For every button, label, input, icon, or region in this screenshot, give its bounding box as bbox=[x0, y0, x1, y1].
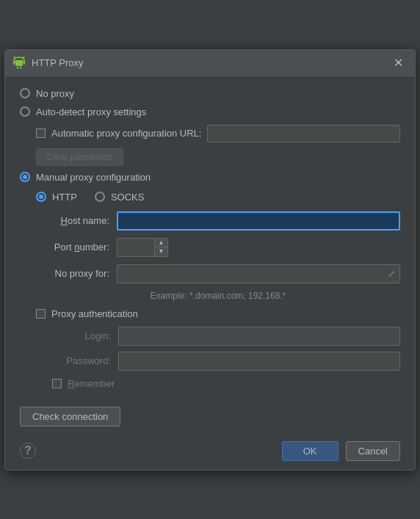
svg-line-2 bbox=[23, 57, 24, 58]
proxy-auth-label: Proxy authentication bbox=[51, 308, 138, 319]
dialog-title: HTTP Proxy bbox=[32, 57, 84, 68]
login-input[interactable] bbox=[118, 327, 400, 346]
manual-proxy-section: Manual proxy configuration HTTP SOCKS Ho… bbox=[20, 172, 400, 389]
manual-proxy-radio[interactable] bbox=[20, 172, 30, 182]
remember-label: Remember bbox=[68, 378, 115, 389]
check-connection-button[interactable]: Check connection bbox=[20, 407, 120, 427]
no-proxy-for-input[interactable] bbox=[117, 265, 383, 283]
port-decrement-button[interactable]: ▼ bbox=[155, 247, 167, 256]
port-row: Port number: 80 ▲ ▼ bbox=[36, 238, 400, 257]
help-button[interactable]: ? bbox=[20, 443, 36, 459]
remember-row: Remember bbox=[52, 378, 400, 389]
password-label: Password: bbox=[52, 355, 111, 366]
port-increment-button[interactable]: ▲ bbox=[155, 239, 167, 247]
expand-icon[interactable]: ⤢ bbox=[383, 269, 399, 279]
port-n-underline: n bbox=[74, 242, 79, 253]
port-spinners: ▲ ▼ bbox=[154, 239, 167, 256]
http-label: HTTP bbox=[52, 192, 77, 203]
hostname-row: Host name: mirrors.neusoft.edu.cn bbox=[36, 211, 400, 231]
no-proxy-label: No proxy bbox=[36, 88, 74, 99]
remember-rest: emember bbox=[74, 378, 115, 389]
svg-rect-5 bbox=[23, 61, 25, 65]
login-row: Login: bbox=[52, 327, 400, 346]
example-text: Example: *.domain.com, 192.168.* bbox=[36, 291, 400, 301]
hostname-input[interactable]: mirrors.neusoft.edu.cn bbox=[117, 211, 400, 231]
dialog-footer: ? OK Cancel bbox=[5, 432, 415, 470]
proxy-auth-checkbox[interactable] bbox=[36, 309, 46, 319]
auto-config-label: Automatic proxy configuration URL: bbox=[51, 128, 201, 139]
auto-config-section: Automatic proxy configuration URL: Clear… bbox=[36, 125, 400, 166]
no-proxy-for-row: No proxy for: ⤢ bbox=[36, 264, 400, 283]
proxy-auth-row: Proxy authentication bbox=[36, 308, 400, 319]
auto-detect-label: Auto-detect proxy settings bbox=[36, 106, 146, 117]
auth-section: Login: Password: bbox=[52, 327, 400, 371]
check-connection-section: Check connection bbox=[5, 401, 415, 427]
svg-rect-3 bbox=[15, 60, 23, 66]
no-proxy-wrapper: ⤢ bbox=[117, 264, 400, 283]
manual-proxy-label: Manual proxy configuration bbox=[36, 172, 151, 183]
login-label: Login: bbox=[52, 330, 111, 341]
title-bar-left: HTTP Proxy bbox=[12, 56, 84, 69]
socks-protocol-radio[interactable] bbox=[95, 192, 105, 202]
port-input[interactable]: 80 bbox=[117, 239, 154, 255]
hostname-label: Host name: bbox=[36, 215, 109, 226]
auto-config-row: Automatic proxy configuration URL: bbox=[36, 125, 400, 142]
ok-button[interactable]: OK bbox=[282, 441, 338, 461]
footer-buttons: OK Cancel bbox=[282, 441, 400, 461]
dialog-body: No proxy Auto-detect proxy settings Auto… bbox=[5, 76, 415, 401]
password-input[interactable] bbox=[118, 352, 400, 371]
remember-r-underline: R bbox=[68, 378, 74, 389]
socks-label: SOCKS bbox=[111, 192, 145, 203]
config-url-input[interactable] bbox=[207, 125, 400, 142]
auto-detect-radio[interactable] bbox=[20, 106, 30, 117]
title-bar: HTTP Proxy ✕ bbox=[5, 50, 415, 76]
clear-passwords-button[interactable]: Clear passwords bbox=[36, 148, 123, 166]
http-protocol-radio[interactable] bbox=[36, 192, 46, 202]
cancel-button[interactable]: Cancel bbox=[346, 441, 400, 461]
no-proxy-row: No proxy bbox=[20, 88, 400, 99]
svg-line-1 bbox=[14, 57, 15, 58]
hostname-underline-h: H bbox=[61, 215, 68, 226]
port-label: Port number: bbox=[36, 242, 109, 253]
no-proxy-for-label: No proxy for: bbox=[36, 268, 109, 279]
no-proxy-radio[interactable] bbox=[20, 88, 30, 98]
auto-detect-row: Auto-detect proxy settings bbox=[20, 106, 400, 117]
svg-rect-6 bbox=[17, 67, 18, 69]
protocol-row: HTTP SOCKS bbox=[36, 192, 400, 204]
hostname-rest: ost name: bbox=[68, 215, 109, 226]
close-button[interactable]: ✕ bbox=[389, 54, 408, 71]
password-row: Password: bbox=[52, 352, 400, 371]
app-icon bbox=[12, 56, 26, 69]
auto-config-checkbox[interactable] bbox=[36, 128, 46, 138]
http-proxy-dialog: HTTP Proxy ✕ No proxy Auto-detect proxy … bbox=[4, 49, 416, 471]
manual-proxy-header: Manual proxy configuration bbox=[20, 172, 400, 183]
svg-rect-7 bbox=[20, 67, 21, 69]
svg-rect-4 bbox=[13, 61, 15, 65]
remember-checkbox[interactable] bbox=[52, 379, 62, 388]
port-wrapper: 80 ▲ ▼ bbox=[117, 238, 168, 257]
